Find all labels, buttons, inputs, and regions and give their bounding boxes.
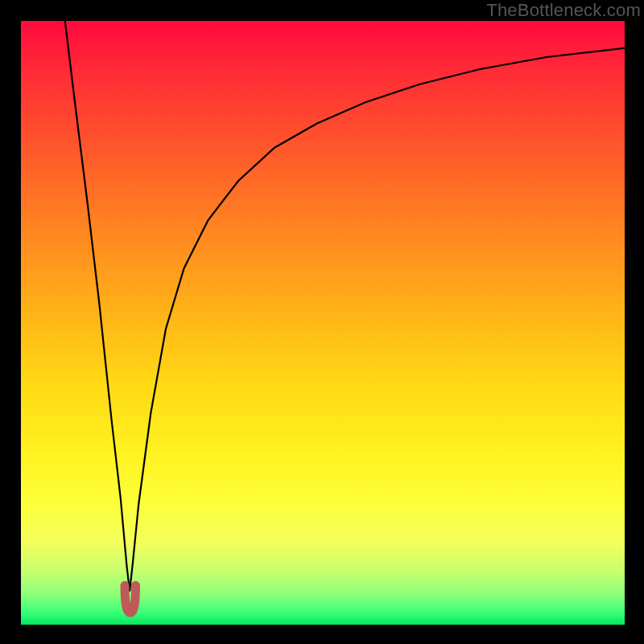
plot-area: [21, 21, 625, 625]
chart-frame: TheBottleneck.com: [0, 0, 644, 644]
bottleneck-curve: [65, 21, 625, 592]
watermark-text: TheBottleneck.com: [486, 0, 641, 21]
curve-layer: [21, 21, 625, 625]
